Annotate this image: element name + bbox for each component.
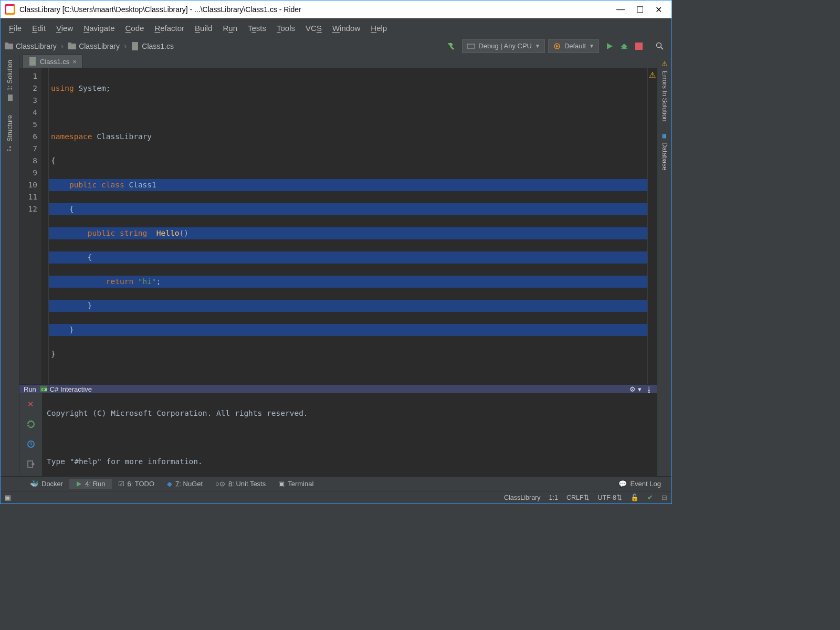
code-area[interactable]: using System; namespace ClassLibrary { p… bbox=[49, 68, 647, 384]
breadcrumb-project[interactable]: C# ClassLibrary bbox=[68, 42, 120, 50]
run-tool-window: Run C# C# Interactive ⚙ ▾ ⭳ ✕ Copyright … bbox=[19, 384, 657, 476]
code-editor[interactable]: 123456789101112 using System; namespace … bbox=[19, 68, 657, 384]
interactive-console[interactable]: Copyright (C) Microsoft Corporation. All… bbox=[43, 393, 657, 476]
svg-text:C#: C# bbox=[132, 45, 137, 50]
tool-window-toolbar: ✕ bbox=[19, 393, 43, 476]
run-config-combo[interactable]: Default ▼ bbox=[548, 39, 599, 53]
breadcrumb-solution[interactable]: ClassLibrary bbox=[5, 42, 57, 50]
docker-icon: 🐳 bbox=[30, 480, 38, 488]
csharp-file-icon: C# bbox=[131, 42, 139, 50]
bottom-tab-run[interactable]: 4: Run bbox=[69, 479, 111, 489]
status-caret-position[interactable]: 1:1 bbox=[549, 494, 558, 501]
play-icon bbox=[605, 42, 614, 50]
tool-history-button[interactable] bbox=[25, 438, 37, 450]
build-config-combo[interactable]: Debug | Any CPU ▼ bbox=[462, 39, 545, 53]
stop-button[interactable] bbox=[633, 40, 645, 52]
menu-build[interactable]: Build bbox=[190, 22, 217, 35]
solution-icon bbox=[6, 94, 14, 101]
tab-label: Class1.cs bbox=[40, 58, 69, 66]
tool-hide-button[interactable]: ⭳ bbox=[646, 385, 653, 393]
tool-tab-solution[interactable]: 1: Solution bbox=[5, 58, 15, 103]
status-memory-icon[interactable]: ⊟ bbox=[662, 494, 667, 501]
svg-line-15 bbox=[661, 47, 663, 49]
tool-close-button[interactable]: ✕ bbox=[25, 398, 37, 410]
tool-window-run-label: Run bbox=[24, 385, 36, 393]
tool-export-button[interactable] bbox=[25, 458, 37, 470]
svg-line-13 bbox=[626, 48, 627, 49]
bottom-tab-todo[interactable]: ☑6: TODO bbox=[112, 479, 161, 489]
csharp-interactive-icon: C# bbox=[39, 385, 48, 393]
svg-text:C#: C# bbox=[30, 60, 35, 65]
svg-point-14 bbox=[657, 43, 662, 47]
menu-tests[interactable]: Tests bbox=[243, 22, 271, 35]
menu-refactor[interactable]: Refactor bbox=[149, 22, 190, 35]
csharp-file-icon: C# bbox=[28, 57, 37, 66]
breadcrumb: ClassLibrary › C# ClassLibrary › C# Clas… bbox=[5, 41, 174, 51]
nuget-icon: ◆ bbox=[167, 480, 172, 488]
bottom-tab-nuget[interactable]: ◆7: NuGet bbox=[161, 479, 209, 489]
svg-text:C#: C# bbox=[41, 387, 47, 392]
status-encoding[interactable]: UTF-8⇅ bbox=[598, 494, 622, 501]
run-button[interactable] bbox=[604, 40, 615, 52]
tool-tab-errors[interactable]: ⚠Errors In Solution bbox=[659, 58, 669, 124]
tool-rerun-button[interactable] bbox=[25, 418, 37, 430]
left-tool-stripe: 1: Solution Structure bbox=[1, 55, 19, 476]
breadcrumb-separator: › bbox=[124, 41, 127, 51]
breadcrumb-file[interactable]: C# Class1.cs bbox=[131, 42, 174, 50]
maximize-button[interactable]: ☐ bbox=[636, 5, 644, 15]
menu-view[interactable]: View bbox=[51, 22, 78, 35]
status-inspection-icon[interactable]: ✔ bbox=[647, 494, 653, 501]
status-bar: ▣ ClassLibrary 1:1 CRLF⇅ UTF-8⇅ 🔓 ✔ ⊟ bbox=[1, 491, 671, 503]
chevron-down-icon: ▼ bbox=[535, 43, 540, 49]
breadcrumb-separator: › bbox=[61, 41, 64, 51]
tool-window-header[interactable]: Run C# C# Interactive ⚙ ▾ ⭳ bbox=[19, 385, 657, 393]
project-icon: C# bbox=[68, 43, 76, 50]
tab-close-button[interactable]: × bbox=[72, 58, 77, 66]
structure-icon bbox=[6, 145, 14, 152]
tool-tab-database[interactable]: ≣Database bbox=[659, 131, 669, 173]
console-line: Type "#help" for more information. bbox=[47, 456, 653, 468]
fold-gutter[interactable] bbox=[41, 68, 49, 384]
warning-icon: ⚠ bbox=[649, 70, 656, 80]
menu-edit[interactable]: Edit bbox=[27, 22, 51, 35]
menu-navigate[interactable]: Navigate bbox=[78, 22, 120, 35]
search-icon bbox=[656, 42, 664, 50]
svg-rect-7 bbox=[467, 44, 475, 48]
status-line-ending[interactable]: CRLF⇅ bbox=[566, 494, 590, 501]
editor-tab[interactable]: C# Class1.cs × bbox=[23, 55, 82, 68]
bottom-tab-docker[interactable]: 🐳Docker bbox=[24, 479, 69, 489]
minimize-button[interactable]: — bbox=[616, 5, 625, 15]
config-icon bbox=[467, 42, 475, 50]
tool-settings-button[interactable]: ⚙ ▾ bbox=[629, 385, 642, 393]
svg-rect-19 bbox=[9, 146, 11, 148]
tool-tab-structure[interactable]: Structure bbox=[5, 113, 15, 154]
editor-column: C# Class1.cs × 123456789101112 using Sys… bbox=[19, 55, 657, 476]
tool-windows-button[interactable]: ▣ bbox=[5, 494, 11, 501]
bottom-tab-eventlog[interactable]: 💬Event Log bbox=[612, 479, 667, 489]
play-icon bbox=[76, 481, 82, 487]
stop-icon bbox=[635, 43, 643, 50]
solution-icon bbox=[5, 43, 13, 50]
navigation-toolbar: ClassLibrary › C# ClassLibrary › C# Clas… bbox=[1, 37, 671, 55]
bottom-tab-unittests[interactable]: ○⊙8: Unit Tests bbox=[209, 479, 272, 489]
menu-tools[interactable]: Tools bbox=[271, 22, 300, 35]
menu-window[interactable]: Window bbox=[327, 22, 365, 35]
debug-button[interactable] bbox=[618, 40, 630, 52]
rerun-icon bbox=[26, 419, 36, 429]
status-lock-icon[interactable]: 🔓 bbox=[631, 494, 639, 501]
run-config-icon bbox=[553, 42, 561, 50]
close-button[interactable]: ✕ bbox=[655, 5, 662, 15]
status-project[interactable]: ClassLibrary bbox=[504, 494, 540, 501]
menu-code[interactable]: Code bbox=[120, 22, 150, 35]
menu-help[interactable]: Help bbox=[365, 22, 392, 35]
search-everywhere-button[interactable] bbox=[654, 40, 666, 52]
menu-file[interactable]: File bbox=[4, 22, 27, 35]
build-button[interactable] bbox=[446, 40, 457, 52]
menu-run[interactable]: Run bbox=[217, 22, 243, 35]
bottom-tab-terminal[interactable]: ▣Terminal bbox=[272, 479, 320, 489]
right-tool-stripe: ⚠Errors In Solution ≣Database bbox=[657, 55, 671, 476]
svg-rect-18 bbox=[9, 150, 11, 151]
editor-marker-bar[interactable]: ⚠ bbox=[647, 68, 657, 384]
svg-line-12 bbox=[621, 48, 623, 49]
menu-vcs[interactable]: VCS bbox=[300, 22, 327, 35]
